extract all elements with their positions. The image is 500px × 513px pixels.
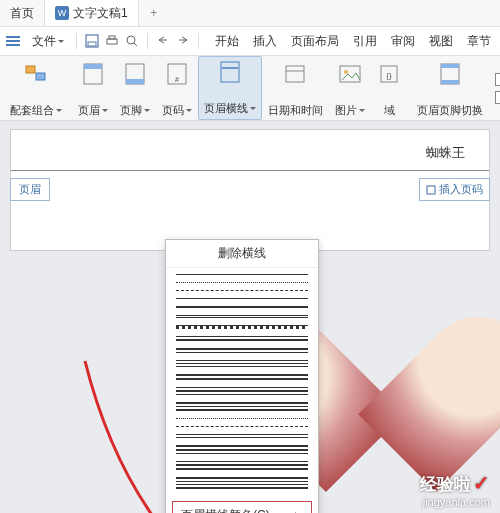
ribbon: 配套组合 页眉 页脚 # 页码 页眉横线 日期和时间 图片 {} 域 页眉页脚切… (0, 56, 500, 121)
tab-view[interactable]: 视图 (429, 31, 453, 52)
line-style-double[interactable] (176, 315, 308, 318)
page-header-text: 蜘蛛王 (35, 144, 465, 166)
separator (198, 33, 199, 49)
ribbon-header[interactable]: 页眉 (72, 58, 114, 118)
line-style-group[interactable] (176, 445, 308, 454)
line-style-dotted[interactable] (176, 282, 308, 283)
line-style-wave[interactable] (176, 325, 308, 329)
save-icon[interactable] (83, 32, 101, 50)
line-style-group[interactable] (176, 402, 308, 411)
ribbon-combo[interactable]: 配套组合 (4, 58, 68, 118)
field-label: 域 (384, 103, 395, 118)
svg-rect-1 (88, 42, 96, 46)
header-line-icon (218, 60, 242, 84)
tab-insert[interactable]: 插入 (253, 31, 277, 52)
tab-pagelayout[interactable]: 页面布局 (291, 31, 339, 52)
svg-rect-14 (221, 62, 239, 82)
ribbon-footer[interactable]: 页脚 (114, 58, 156, 118)
line-styles-list (166, 268, 318, 495)
svg-point-4 (127, 36, 135, 44)
line-style-thick[interactable] (176, 306, 308, 308)
line-style-group[interactable] (176, 374, 308, 380)
preview-icon[interactable] (123, 32, 141, 50)
picture-icon (338, 62, 362, 86)
separator (76, 33, 77, 49)
datetime-label: 日期和时间 (268, 103, 323, 118)
show-prev[interactable]: 显示前一项 (495, 72, 500, 87)
datetime-icon (284, 62, 308, 86)
ribbon-datetime[interactable]: 日期和时间 (262, 58, 329, 118)
header-line-dropdown: 删除横线 页眉横线颜色(C) (165, 239, 319, 513)
tab-home[interactable]: 首页 (0, 0, 45, 26)
insert-pageno-button[interactable]: 插入页码 (419, 178, 490, 201)
tab-review[interactable]: 审阅 (391, 31, 415, 52)
doc-icon: W (55, 6, 69, 20)
watermark-text: 经验啦 (420, 475, 471, 494)
ribbon-picture[interactable]: 图片 (329, 58, 371, 118)
svg-rect-2 (107, 39, 117, 44)
svg-rect-24 (441, 80, 459, 84)
svg-rect-25 (427, 186, 435, 194)
hf-switch-label: 页眉页脚切换 (417, 103, 483, 118)
menu-icon[interactable] (6, 36, 20, 46)
show-next[interactable]: 显示后一项 (495, 90, 500, 105)
delete-line-item[interactable]: 删除横线 (166, 240, 318, 268)
line-style-group[interactable] (176, 336, 308, 341)
ribbon-pageno[interactable]: # 页码 (156, 58, 198, 118)
field-icon: {} (377, 62, 401, 86)
combo-icon (24, 62, 48, 86)
tab-chapter[interactable]: 章节 (467, 31, 491, 52)
print-icon[interactable] (103, 32, 121, 50)
svg-text:{}: {} (386, 71, 392, 80)
workspace: 蜘蛛王 页眉 插入页码 删除横线 (0, 121, 500, 513)
line-style-dotted2[interactable] (176, 418, 308, 419)
line-style-group[interactable] (176, 434, 308, 438)
page-header-area[interactable]: 蜘蛛王 (11, 130, 489, 171)
picture-label: 图片 (335, 103, 365, 118)
footer-label: 页脚 (120, 103, 150, 118)
app-tabbar: 首页 W 文字文稿1 + (0, 0, 500, 27)
pageno-label: 页码 (162, 103, 192, 118)
tab-reference[interactable]: 引用 (353, 31, 377, 52)
line-style-group[interactable] (176, 360, 308, 367)
line-style-group[interactable] (176, 348, 308, 353)
ribbon-header-line[interactable]: 页眉横线 (198, 56, 262, 120)
hf-switch-icon (438, 62, 462, 86)
svg-text:#: # (175, 76, 179, 83)
svg-rect-23 (441, 64, 459, 68)
tab-start[interactable]: 开始 (215, 31, 239, 52)
svg-point-19 (344, 70, 348, 74)
new-tab-button[interactable]: + (139, 0, 169, 26)
line-style-group[interactable] (176, 461, 308, 470)
line-style-dashed2[interactable] (176, 426, 308, 427)
check-icon: ✓ (473, 472, 490, 494)
checkbox-icon (495, 91, 500, 104)
pageno-small-icon (426, 185, 436, 195)
svg-rect-16 (286, 66, 304, 82)
line-style-group[interactable] (176, 477, 308, 489)
ribbon-hf-switch[interactable]: 页眉页脚切换 (411, 58, 489, 118)
header-label: 页眉 (78, 103, 108, 118)
document-page[interactable]: 蜘蛛王 页眉 插入页码 (10, 129, 490, 251)
line-style-group[interactable] (176, 387, 308, 395)
checkbox-icon (495, 73, 500, 86)
line-style-dashed[interactable] (176, 290, 308, 291)
ribbon-field[interactable]: {} 域 (371, 58, 407, 118)
combo-label: 配套组合 (10, 103, 62, 118)
watermark: 经验啦✓ jingyanla.com (420, 471, 490, 508)
redo-icon[interactable] (174, 32, 192, 50)
tab-document[interactable]: W 文字文稿1 (45, 0, 139, 26)
line-style-solid[interactable] (176, 298, 308, 299)
file-menu[interactable]: 文件 (26, 31, 70, 52)
undo-icon[interactable] (154, 32, 172, 50)
svg-rect-6 (26, 66, 35, 73)
svg-rect-7 (36, 73, 45, 80)
line-style-thin[interactable] (176, 274, 308, 275)
pageno-icon: # (165, 62, 189, 86)
header-line-color-item[interactable]: 页眉横线颜色(C) (172, 501, 312, 513)
header-tag[interactable]: 页眉 (10, 178, 50, 201)
tab-home-label: 首页 (10, 5, 34, 22)
header-line-label: 页眉横线 (204, 101, 256, 116)
svg-rect-11 (126, 79, 144, 84)
header-icon (81, 62, 105, 86)
